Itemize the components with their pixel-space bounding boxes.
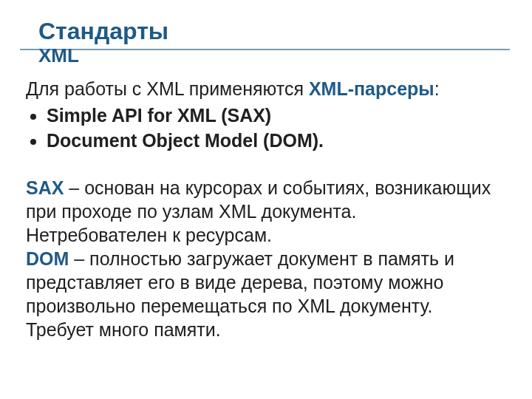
slide: Стандарты XML Для работы с XML применяют… xyxy=(0,0,532,399)
parser-list: Simple API for XML (SAX) Document Object… xyxy=(26,103,494,152)
body-text: Для работы с XML применяются XML-парсеры… xyxy=(26,77,494,341)
intro-suffix: : xyxy=(434,78,440,99)
sax-term: SAX xyxy=(26,177,64,198)
list-item: Document Object Model (DOM). xyxy=(47,129,494,152)
list-item: Simple API for XML (SAX) xyxy=(47,103,494,127)
dom-text: – полностью загружает документ в память … xyxy=(26,248,454,340)
title-line2: XML xyxy=(38,46,511,66)
intro-line: Для работы с XML применяются XML-парсеры… xyxy=(26,77,494,100)
spacer xyxy=(26,154,494,176)
dom-paragraph: DOM – полностью загружает документ в пам… xyxy=(26,247,494,341)
title-block: Стандарты XML xyxy=(38,19,511,66)
title-line1: Стандарты xyxy=(38,18,168,44)
intro-prefix: Для работы с XML применяются xyxy=(26,78,309,99)
sax-text: – основан на курсорах и событиях, возник… xyxy=(26,177,491,245)
intro-accent: XML-парсеры xyxy=(309,78,434,99)
dom-term: DOM xyxy=(26,248,69,269)
sax-paragraph: SAX – основан на курсорах и событиях, во… xyxy=(26,176,494,247)
slide-title: Стандарты XML xyxy=(38,19,511,66)
